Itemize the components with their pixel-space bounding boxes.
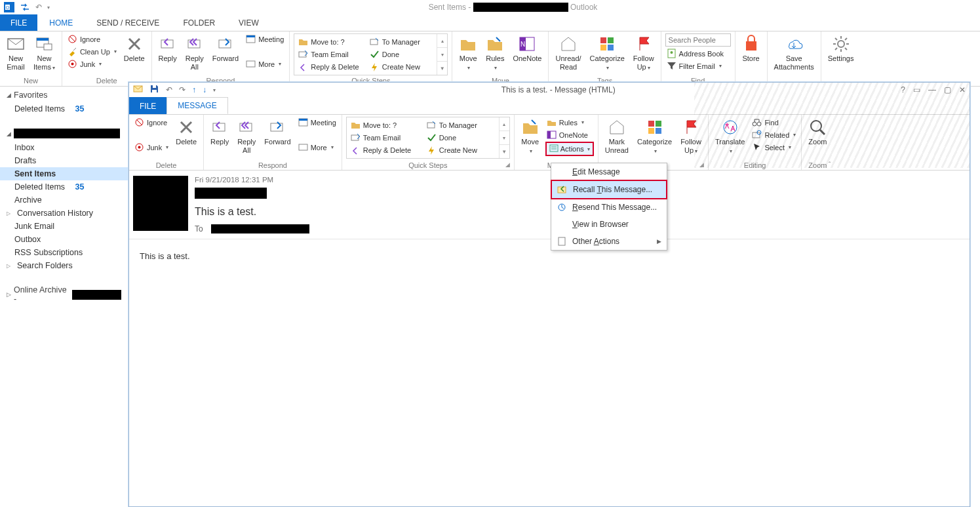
followup-button[interactable]: Follow Up▾ bbox=[631, 33, 657, 73]
tab-home[interactable]: HOME bbox=[37, 14, 85, 31]
respond-more-button[interactable]: More▾ bbox=[245, 58, 285, 70]
new-items-button[interactable]: New Items▾ bbox=[31, 33, 58, 73]
msg-onenote-button[interactable]: OneNote bbox=[545, 129, 594, 140]
online-archive-header[interactable]: ▷Online Archive - bbox=[0, 281, 128, 306]
settings-button[interactable]: Settings bbox=[825, 33, 857, 64]
menu-edit-message[interactable]: Edit Message bbox=[551, 163, 667, 180]
unread-read-button[interactable]: Unread/ Read bbox=[553, 33, 583, 73]
delete-button[interactable]: Delete bbox=[121, 33, 147, 64]
msg-qs-moveto[interactable]: Move to: ? bbox=[349, 119, 420, 131]
msg-quicksteps-gallery[interactable]: Move to: ? Team Email Reply & Delete To … bbox=[346, 117, 510, 159]
undo-icon[interactable]: ↶ bbox=[35, 3, 42, 12]
qs-replydelete[interactable]: Reply & Delete bbox=[297, 62, 363, 73]
search-people-input[interactable] bbox=[665, 33, 731, 47]
folder-archive[interactable]: Archive bbox=[0, 193, 128, 207]
msg-reply-all-button[interactable]: Reply All bbox=[235, 117, 258, 156]
help-icon[interactable]: ? bbox=[901, 85, 905, 94]
qs-moveto[interactable]: Move to: ? bbox=[297, 36, 363, 47]
folder-junk-email[interactable]: Junk Email bbox=[0, 220, 128, 233]
new-email-button[interactable]: New Email bbox=[4, 33, 28, 73]
fav-deleted-items[interactable]: Deleted Items 35 bbox=[0, 102, 128, 115]
msg-qs-done[interactable]: Done bbox=[425, 132, 496, 143]
find-button[interactable]: Find bbox=[751, 117, 797, 128]
scroll-down-icon[interactable]: ▾ bbox=[437, 48, 447, 62]
folder-deleted-items[interactable]: Deleted Items 35 bbox=[0, 180, 128, 193]
menu-other-actions[interactable]: Other Actions▶ bbox=[551, 233, 667, 250]
msg-qs-replydelete[interactable]: Reply & Delete bbox=[349, 145, 420, 156]
tab-send-receive[interactable]: SEND / RECEIVE bbox=[85, 14, 171, 31]
tab-view[interactable]: VIEW bbox=[227, 14, 271, 31]
msg-tab-message[interactable]: MESSAGE bbox=[167, 97, 227, 114]
ribbon-options-icon[interactable]: ▭ bbox=[913, 85, 920, 94]
tab-file[interactable]: FILE bbox=[0, 14, 37, 31]
send-receive-icon[interactable] bbox=[20, 2, 30, 12]
ignore-button[interactable]: Ignore bbox=[66, 33, 118, 45]
msg-qs-teamemail[interactable]: Team Email bbox=[349, 132, 420, 143]
msg-rules-button[interactable]: Rules▾ bbox=[545, 117, 594, 128]
meeting-button[interactable]: Meeting bbox=[245, 33, 285, 45]
menu-view-in-browser[interactable]: View in Browser bbox=[551, 216, 667, 233]
favorites-header[interactable]: ◢Favorites bbox=[0, 87, 128, 102]
folder-drafts[interactable]: Drafts bbox=[0, 154, 128, 167]
categorize-button[interactable]: Categorize▾ bbox=[587, 33, 627, 73]
zoom-button[interactable]: Zoom bbox=[806, 117, 829, 148]
reply-button[interactable]: Reply bbox=[156, 33, 180, 64]
next-item-icon[interactable]: ↓ bbox=[203, 85, 206, 94]
msg-move-button[interactable]: Move▾ bbox=[519, 117, 542, 157]
translate-button[interactable]: Translate▾ bbox=[713, 117, 747, 157]
folder-sent-items[interactable]: Sent Items bbox=[0, 167, 128, 180]
folder-inbox[interactable]: Inbox bbox=[0, 141, 128, 154]
actions-button[interactable]: Actions▾ bbox=[545, 142, 594, 156]
qs-tomanager[interactable]: To Manager bbox=[368, 36, 435, 47]
msg-junk-button[interactable]: Junk▾ bbox=[133, 142, 170, 153]
redo-icon[interactable]: ↷ bbox=[179, 85, 186, 94]
collapse-ribbon-icon[interactable]: ˆ bbox=[829, 161, 831, 169]
folder-outbox[interactable]: Outbox bbox=[0, 233, 128, 246]
quicksteps-gallery[interactable]: Move to: ? Team Email Reply & Delete To … bbox=[294, 33, 448, 75]
reply-small-icon bbox=[298, 62, 308, 72]
junk-button[interactable]: Junk▾ bbox=[66, 58, 118, 70]
msg-qs-tomanager[interactable]: To Manager bbox=[425, 119, 496, 131]
address-book-button[interactable]: Address Book bbox=[665, 48, 731, 59]
forward-button[interactable]: Forward bbox=[210, 33, 241, 64]
msg-followup-button[interactable]: Follow Up▾ bbox=[678, 117, 704, 157]
msg-categorize-button[interactable]: Categorize▾ bbox=[635, 117, 675, 157]
prev-item-icon[interactable]: ↑ bbox=[192, 85, 196, 94]
undo-icon[interactable]: ↶ bbox=[166, 85, 172, 94]
qs-teamemail[interactable]: Team Email bbox=[297, 49, 363, 60]
cleanup-button[interactable]: Clean Up▾ bbox=[66, 46, 118, 57]
qs-createnew[interactable]: Create New bbox=[368, 62, 435, 73]
minimize-icon[interactable]: — bbox=[928, 85, 936, 94]
menu-resend-message[interactable]: Resend This Message... bbox=[551, 199, 667, 216]
msg-tab-file[interactable]: FILE bbox=[129, 97, 167, 114]
tab-folder[interactable]: FOLDER bbox=[171, 14, 227, 31]
msg-ignore-button[interactable]: Ignore bbox=[133, 117, 170, 128]
filter-email-button[interactable]: Filter Email▾ bbox=[665, 60, 731, 71]
close-icon[interactable]: ✕ bbox=[959, 85, 966, 94]
msg-delete-button[interactable]: Delete bbox=[173, 117, 199, 148]
folder-rss[interactable]: RSS Subscriptions bbox=[0, 246, 128, 259]
save-icon[interactable] bbox=[149, 84, 159, 96]
scroll-up-icon[interactable]: ▴ bbox=[437, 34, 447, 48]
save-attachments-button[interactable]: Save Attachments bbox=[772, 33, 817, 73]
msg-meeting-button[interactable]: Meeting bbox=[297, 117, 338, 128]
related-button[interactable]: Related▾ bbox=[751, 129, 797, 140]
mark-unread-button[interactable]: Mark Unread bbox=[602, 117, 631, 156]
mailbox-header[interactable]: ◢ bbox=[0, 125, 128, 141]
select-button[interactable]: Select▾ bbox=[751, 142, 797, 153]
msg-reply-button[interactable]: Reply bbox=[208, 117, 231, 148]
maximize-icon[interactable]: ▢ bbox=[944, 85, 951, 94]
menu-recall-message[interactable]: Recall This Message... bbox=[551, 180, 667, 199]
gallery-more-icon[interactable]: ▼ bbox=[437, 62, 447, 75]
move-button[interactable]: Move▾ bbox=[456, 33, 480, 73]
msg-qs-createnew[interactable]: Create New bbox=[425, 145, 496, 156]
folder-search-folders[interactable]: ▷Search Folders bbox=[0, 259, 128, 272]
store-button[interactable]: Store bbox=[739, 33, 763, 64]
folder-conversation-history[interactable]: ▷Conversation History bbox=[0, 207, 128, 220]
reply-all-button[interactable]: Reply All bbox=[183, 33, 206, 73]
onenote-button[interactable]: NOneNote bbox=[510, 33, 544, 64]
rules-button[interactable]: Rules▾ bbox=[483, 33, 507, 73]
msg-respond-more-button[interactable]: More▾ bbox=[297, 142, 338, 153]
msg-forward-button[interactable]: Forward bbox=[262, 117, 293, 148]
qs-done[interactable]: Done bbox=[368, 49, 435, 60]
